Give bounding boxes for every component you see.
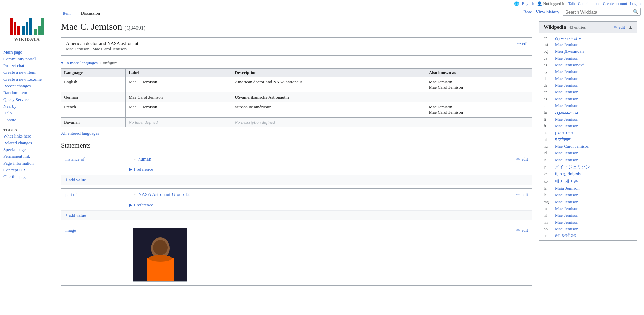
wp-name-link[interactable]: Mae Jemison [555,103,578,108]
statement-edit-image[interactable]: ✏ edit [516,228,528,233]
wp-name-link[interactable]: Mae Jemison [555,123,578,129]
list-item: caMae Jemison [539,55,637,62]
all-languages-link[interactable]: All entered languages [61,131,532,136]
sidebar-item-random-item[interactable]: Random item [0,89,54,96]
description-aliases: Mae Jemison | Mae Carol Jemison [66,46,527,52]
logo-text: WIKIDATA [14,37,40,42]
wikipedia-edit-link[interactable]: ✏ edit [614,25,625,30]
in-more-languages-link[interactable]: In more languages [65,60,98,66]
sidebar-item-cite-this-page[interactable]: Cite this page [0,173,54,180]
property-part-of[interactable]: part of [65,192,133,197]
table-row: German [61,92,126,102]
sidebar-item-main-page[interactable]: Main page [0,49,54,56]
sidebar-item-create-new-item[interactable]: Create a new Item [0,69,54,76]
wp-name-link[interactable]: می جمیسون [555,110,579,115]
sidebar-item-related-changes[interactable]: Related changes [0,140,54,146]
sidebar-item-nearby[interactable]: Nearby [0,103,54,110]
wp-name-link[interactable]: Mae Jemison [555,150,578,156]
configure-link[interactable]: Configure [100,60,118,66]
list-item: fiMae Jemison [539,116,637,123]
talk-link[interactable]: Talk [568,1,575,6]
wp-lang-code: he [544,130,552,135]
sidebar-item-concept-uri[interactable]: Concept URI [0,167,54,173]
list-item: daMae Jemison [539,75,637,82]
value-human-link[interactable]: human [138,156,151,162]
search-icon[interactable]: 🔍 [633,9,638,15]
wp-lang-code: ar [544,36,552,41]
sidebar-item-recent-changes[interactable]: Recent changes [0,83,54,89]
property-instance-of[interactable]: instance of [65,156,133,162]
reference-link-part-of[interactable]: ▶ 1 reference [129,202,153,207]
wp-name-link[interactable]: ماي جيميسون [555,35,581,41]
sidebar-item-create-new-lexeme[interactable]: Create a new Lexeme [0,76,54,83]
wp-name-link[interactable]: Mae Jemison [555,157,578,163]
wp-name-link[interactable]: ମେ ଜେମିସନ [555,233,576,238]
wp-name-link[interactable]: Mae Carol Jemison [555,144,589,149]
wp-name-link[interactable]: Мей Джемисън [555,49,584,54]
wp-lang-code: id [544,151,552,156]
sidebar-item-what-links-here[interactable]: What links here [0,133,54,140]
wp-name-link[interactable]: Mae Jemisonová [555,62,585,68]
sidebar-item-page-information[interactable]: Page information [0,160,54,167]
wp-lang-code: cs [544,63,552,68]
wikipedia-panel-header: Wikipedia 43 entries ✏ edit ▲ [539,22,637,33]
reference-link-instance-of[interactable]: ▶ 1 reference [129,167,153,172]
wp-name-link[interactable]: Mae Jemison [555,69,578,75]
tab-item[interactable]: Item [58,8,76,18]
wp-name-link[interactable]: Mae Jemison [555,83,578,88]
wp-name-link[interactable]: Mae Jemison [555,213,578,218]
collapse-icon[interactable]: ▲ [628,25,633,30]
wp-name-link[interactable]: Mae Jemison [555,89,578,95]
wp-name-link[interactable]: მეი ჯემისონი [555,171,583,177]
tab-discussion[interactable]: Discussion [76,8,105,18]
value-nasa-link[interactable]: NASA Astronaut Group 12 [138,192,190,197]
sidebar-item-donate[interactable]: Donate [0,117,54,123]
statement-edit-part-of[interactable]: ✏ edit [516,192,528,197]
wp-name-link[interactable]: Mae Jemison [555,226,578,232]
login-link[interactable]: Log in [630,1,641,6]
wikipedia-panel-title-area: Wikipedia 43 entries [544,24,586,30]
sidebar-item-permanent-link[interactable]: Permanent link [0,153,54,160]
sidebar-item-project-chat[interactable]: Project chat [0,62,54,69]
value-icon: ⚬ [133,157,136,162]
statement-group-part-of: part of ⚬ NASA Astronaut Group 12 ✏ edit… [61,188,532,220]
tab-read[interactable]: Read [523,9,532,15]
description-edit-link[interactable]: ✏ edit [517,41,529,46]
wp-name-link[interactable]: 메이 재미슨 [555,178,578,184]
sidebar-item-query-service[interactable]: Query Service [0,96,54,103]
search-input[interactable] [565,9,633,15]
col-header-description: Description [232,69,426,77]
sidebar: WIKIDATA Main page Community portal Proj… [0,8,54,313]
sidebar-item-community-portal[interactable]: Community portal [0,56,54,62]
contributions-link[interactable]: Contributions [578,1,600,6]
statement-edit-instance-of[interactable]: ✏ edit [516,156,528,162]
property-image[interactable]: image [65,228,133,233]
wp-lang-code: da [544,76,552,81]
sidebar-item-help[interactable]: Help [0,110,54,117]
list-item: arماي جيميسون [539,35,637,41]
wp-name-link[interactable]: Mae Jemison [555,42,578,47]
add-value-row-part-of[interactable]: + add value [61,210,532,220]
wp-name-link[interactable]: Mae Jemison [555,219,578,225]
wp-name-link[interactable]: Mae Jemison [555,192,578,198]
language-link[interactable]: English [522,1,534,6]
add-value-row-instance-of[interactable]: + add value [61,175,532,185]
list-item: bgМей Джемисън [539,48,637,55]
wp-name-link[interactable]: מיי ג'מיסון [555,130,573,135]
svg-point-5 [148,255,172,262]
wp-name-link[interactable]: Mae Jemison [555,76,578,81]
wp-name-link[interactable]: Mae Jemison [555,117,578,122]
sidebar-item-special-pages[interactable]: Special pages [0,146,54,153]
wp-name-link[interactable]: Mae Jemison [555,206,578,211]
tab-view-history[interactable]: View history [536,9,559,15]
wp-name-link[interactable]: Mae Jemison [555,199,578,205]
user-icon: 👤 [537,1,542,6]
wp-lang-code: nn [544,220,552,225]
create-account-link[interactable]: Create account [603,1,627,6]
wp-name-link[interactable]: メイ・ジェミソン [555,164,590,170]
wp-name-link[interactable]: मे जेमिसन [555,137,570,142]
wp-name-link[interactable]: Mae Jemison [555,56,578,61]
wp-name-link[interactable]: Mae Jemison [555,96,578,102]
arrow-icon: ▾ [61,60,63,66]
wp-name-link[interactable]: Maia Jemison [555,186,580,191]
